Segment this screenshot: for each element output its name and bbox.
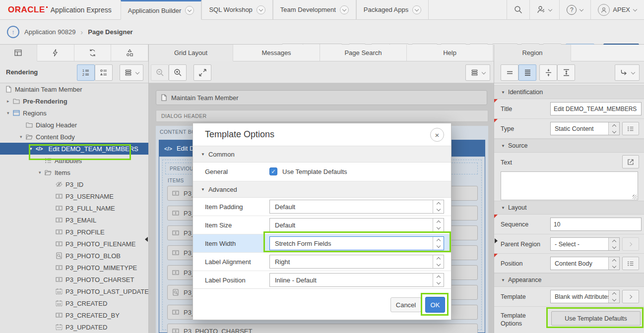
grid-layout-menu-button[interactable] [465, 64, 490, 81]
tree-node-items[interactable]: ▾ Items [0, 166, 148, 178]
type-quickpick-button[interactable] [622, 122, 639, 135]
tree-node-attributes[interactable]: Attributes [0, 155, 148, 166]
tree-node-p3-profile[interactable]: P3_PROFILE [0, 226, 148, 238]
nav-tab-application-builder[interactable]: Application Builder [121, 0, 202, 20]
tab-page-shared-components[interactable] [111, 45, 148, 61]
spinner-icon[interactable] [608, 122, 619, 135]
tree-node-p3-photo-mimetype[interactable]: P3_PHOTO_MIMETYPE [0, 262, 148, 274]
chevron-down-icon[interactable] [340, 5, 349, 14]
dialog-header-slot[interactable]: DIALOG HEADER [156, 110, 488, 122]
go-to-component-button[interactable] [615, 64, 640, 81]
section-common[interactable]: ▼ Common [193, 146, 451, 163]
tree-node-p3-updated[interactable]: P3_UPDATED [0, 321, 148, 333]
expand-all-button[interactable] [193, 64, 211, 81]
go-to-template-button[interactable] [622, 290, 639, 303]
user-menu[interactable]: APEX [590, 0, 644, 19]
position-quickpick-button[interactable] [622, 257, 639, 270]
item-padding-select[interactable]: Default [269, 200, 444, 214]
tree-node-p3-username[interactable]: P3_USERNAME [0, 190, 148, 202]
nav-tab-packaged-apps[interactable]: Packaged Apps [356, 0, 429, 19]
tree-node-p3-photo-last-updated[interactable]: P3_PHOTO_LAST_UPDATED [0, 285, 148, 297]
spinner-icon[interactable] [433, 274, 444, 286]
source-text-textarea[interactable] [501, 171, 638, 200]
tree-node-p3-created-by[interactable]: P3_CREATED_BY [0, 309, 148, 321]
right-splitter-handle[interactable] [495, 238, 498, 243]
spinner-icon[interactable] [433, 237, 444, 250]
section-identification[interactable]: ▼ Identification [494, 85, 644, 99]
zoom-in-button[interactable] [169, 64, 187, 81]
tree-node-dialog-header[interactable]: Dialog Header [0, 119, 148, 131]
spinner-icon[interactable] [433, 219, 444, 231]
spinner-icon[interactable] [433, 255, 444, 268]
tab-dynamic-actions[interactable] [37, 45, 74, 61]
left-splitter-handle[interactable] [145, 237, 148, 242]
section-appearance[interactable]: ▼ Appearance [494, 273, 644, 287]
tree-expanded-icon[interactable]: ▾ [39, 170, 45, 175]
tree-node-p3-id[interactable]: P3_ID [0, 178, 148, 190]
chevron-down-icon[interactable] [257, 5, 265, 14]
collapse-all-button[interactable] [501, 64, 518, 81]
tree-node-p3-photo-charset[interactable]: P3_PHOTO_CHARSET [0, 274, 148, 285]
tree-collapsed-icon[interactable]: ▸ [7, 99, 13, 104]
ok-button[interactable]: OK [425, 297, 445, 313]
close-button[interactable]: × [430, 128, 444, 142]
tree-node-p3-photo-blob[interactable]: P3_PHOTO_BLOB [0, 250, 148, 262]
title-input[interactable] [550, 102, 642, 115]
tab-page-search[interactable]: Page Search [320, 45, 407, 61]
tree-expanded-icon[interactable]: ▾ [30, 146, 36, 151]
tree-node-page[interactable]: Maintain Team Member [0, 83, 148, 95]
tree-node-p3-photo-filename[interactable]: P3_PHOTO_FILENAME [0, 238, 148, 250]
collapse-sections-button[interactable] [539, 64, 557, 81]
help-menu[interactable]: ? [559, 0, 590, 19]
tree-node-regions[interactable]: ▾ Regions [0, 107, 148, 119]
item-size-select[interactable]: Default [269, 218, 444, 232]
tab-help[interactable]: Help [407, 45, 493, 61]
chevron-down-icon[interactable] [412, 5, 421, 14]
template-select[interactable]: Blank with Attributes [550, 290, 620, 303]
tree-expanded-icon[interactable]: ▾ [7, 111, 13, 115]
go-to-parent-button[interactable] [622, 237, 639, 251]
tree-node-p3-full-name[interactable]: P3_FULL_NAME [0, 202, 148, 214]
tree-node-edit-demo-team-members[interactable]: ▾ </> Edit DEMO_TEAM_MEMBERS [0, 143, 148, 155]
nav-tab-team-development[interactable]: Team Development [273, 0, 356, 19]
tab-messages[interactable]: Messages [233, 45, 320, 61]
sequence-input[interactable] [550, 218, 642, 231]
cancel-button[interactable]: Cancel [390, 297, 421, 312]
spinner-icon[interactable] [433, 200, 444, 213]
up-level-icon[interactable]: ↑ [7, 26, 19, 38]
tree-expanded-icon[interactable]: ▾ [20, 134, 26, 139]
resize-handle[interactable] [633, 195, 637, 199]
sort-by-processing-order-button[interactable]: 12 [77, 64, 95, 81]
canvas-page-bar[interactable]: Maintain Team Member [156, 90, 487, 105]
expand-sections-button[interactable] [557, 64, 575, 81]
tab-region[interactable]: Region [494, 45, 571, 61]
label-position-select[interactable]: Inline - Default [269, 273, 444, 287]
tree-node-p3-email[interactable]: P3_EMAIL [0, 214, 148, 226]
tab-processing[interactable] [74, 45, 112, 61]
tree-node-content-body[interactable]: ▾ Content Body [0, 131, 148, 143]
tab-rendering[interactable] [0, 45, 37, 61]
rendering-menu-button[interactable] [120, 64, 143, 81]
grid-item-p3-photo-charset[interactable]: P3_PHOTO_CHARSET [167, 324, 478, 333]
spinner-icon[interactable] [608, 257, 619, 270]
type-select[interactable]: Static Content [550, 122, 620, 135]
section-layout[interactable]: ▼ Layout [494, 201, 644, 215]
expand-all-sections-button[interactable] [518, 64, 536, 81]
parent-region-select[interactable]: - Select - [550, 237, 620, 251]
sort-by-component-type-button[interactable] [95, 64, 113, 81]
zoom-out-button[interactable] [151, 64, 169, 81]
item-width-select[interactable]: Stretch Form Fields [269, 236, 444, 250]
use-template-defaults-checkbox[interactable]: ✓ [269, 167, 277, 175]
spinner-icon[interactable] [608, 290, 619, 303]
use-template-defaults-button[interactable]: Use Template Defaults [551, 311, 641, 326]
chevron-down-icon[interactable] [185, 6, 194, 15]
tree-node-p3-created[interactable]: P3_CREATED [0, 297, 148, 309]
tree-node-pre-rendering[interactable]: ▸ Pre-Rendering [0, 95, 148, 107]
section-source[interactable]: ▼ Source [494, 139, 644, 153]
spinner-icon[interactable] [608, 238, 619, 250]
tab-grid-layout[interactable]: Grid Layout [149, 45, 233, 61]
label-alignment-select[interactable]: Right [269, 255, 444, 269]
nav-tab-sql-workshop[interactable]: SQL Workshop [201, 0, 272, 19]
section-advanced[interactable]: ▼ Advanced [193, 181, 451, 198]
global-search-button[interactable] [507, 0, 529, 19]
